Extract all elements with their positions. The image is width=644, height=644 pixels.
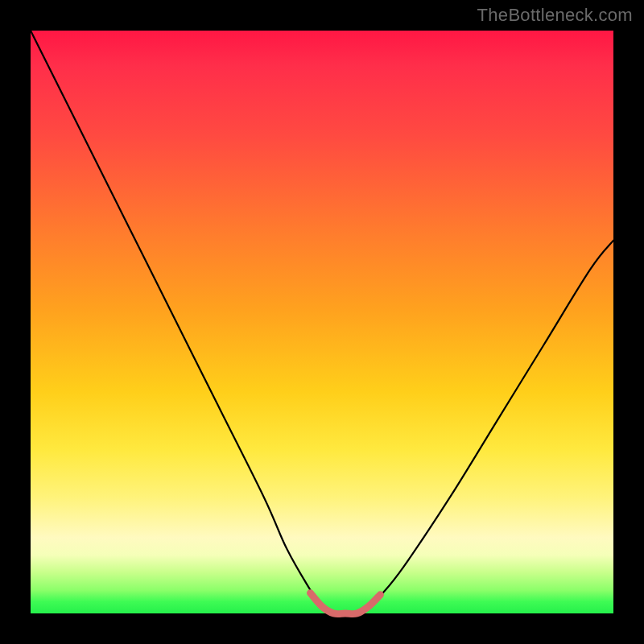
bottleneck-curve: [31, 31, 613, 614]
chart-frame: TheBottleneck.com: [0, 0, 644, 644]
watermark-label: TheBottleneck.com: [477, 5, 633, 26]
trough-highlight: [311, 593, 381, 614]
curve-layer: [31, 31, 613, 613]
plot-area: [31, 31, 613, 613]
